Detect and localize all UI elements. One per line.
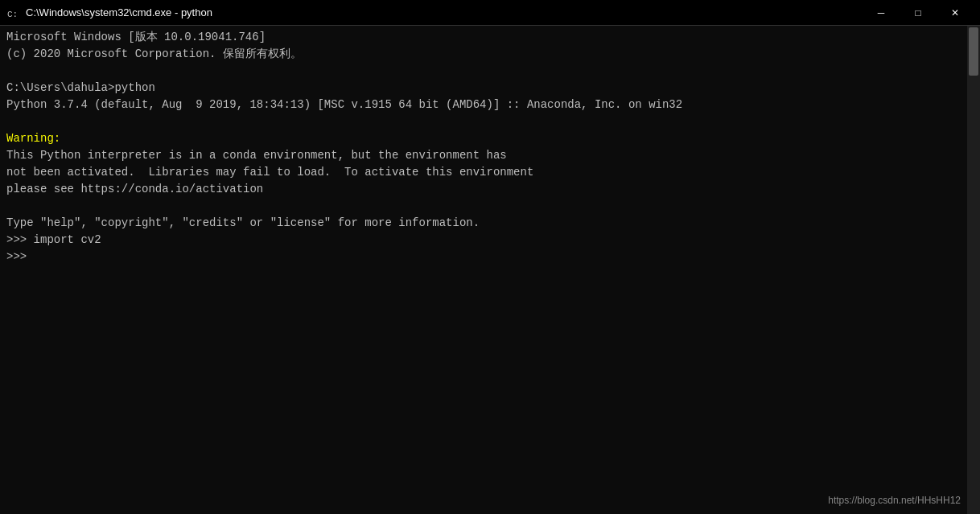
- line-14: >>>: [6, 249, 961, 265]
- line-11: [6, 198, 961, 215]
- line-7: Warning:: [6, 130, 961, 147]
- cmd-icon: C:: [6, 6, 19, 19]
- line-9: not been activated. Libraries may fail t…: [6, 164, 961, 181]
- window-controls: ─ □ ✕: [863, 0, 974, 26]
- line-13: >>> import cv2: [6, 232, 961, 249]
- watermark: https://blog.csdn.net/HHsHH12: [828, 494, 961, 508]
- window-title: C:\Windows\system32\cmd.exe - python: [26, 6, 212, 19]
- svg-text:C:: C:: [7, 10, 18, 19]
- line-3: [6, 63, 961, 80]
- line-6: [6, 113, 961, 130]
- title-bar: C: C:\Windows\system32\cmd.exe - python …: [0, 0, 980, 26]
- close-button[interactable]: ✕: [937, 0, 974, 26]
- line-8: This Python interpreter is in a conda en…: [6, 147, 961, 164]
- cmd-window: C: C:\Windows\system32\cmd.exe - python …: [0, 0, 980, 514]
- minimize-button[interactable]: ─: [863, 0, 900, 26]
- scrollbar[interactable]: [967, 26, 980, 514]
- title-bar-left: C: C:\Windows\system32\cmd.exe - python: [6, 6, 212, 19]
- line-12: Type "help", "copyright", "credits" or "…: [6, 215, 961, 232]
- terminal-output[interactable]: Microsoft Windows [版本 10.0.19041.746] (c…: [0, 26, 967, 514]
- line-2: (c) 2020 Microsoft Corporation. 保留所有权利。: [6, 46, 961, 63]
- line-1: Microsoft Windows [版本 10.0.19041.746]: [6, 29, 961, 46]
- line-4: C:\Users\dahula>python: [6, 80, 961, 97]
- line-5: Python 3.7.4 (default, Aug 9 2019, 18:34…: [6, 97, 961, 113]
- content-area: Microsoft Windows [版本 10.0.19041.746] (c…: [0, 26, 980, 514]
- maximize-button[interactable]: □: [900, 0, 937, 26]
- line-10: please see https://conda.io/activation: [6, 181, 961, 198]
- scrollbar-thumb[interactable]: [969, 27, 978, 76]
